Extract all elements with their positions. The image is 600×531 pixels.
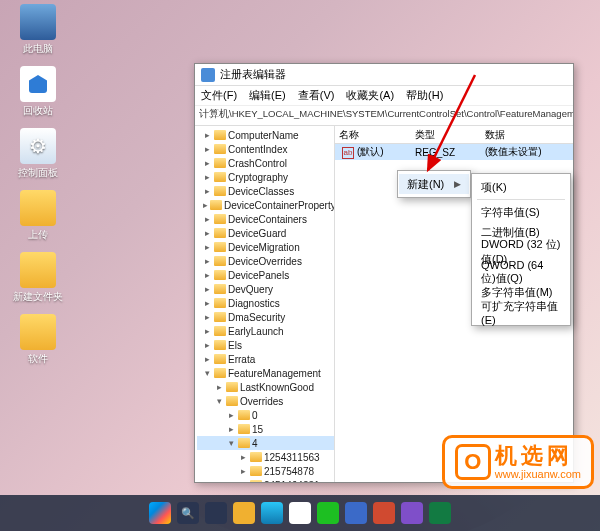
tree-twisty-icon[interactable]: ▸ [227, 424, 236, 434]
tree-node-label: 0 [252, 410, 258, 421]
tree-node-label: Overrides [240, 396, 283, 407]
desktop-icon-folder-software[interactable]: 软件 [8, 314, 68, 366]
tree-node[interactable]: ▸CrashControl [197, 156, 334, 170]
tree-twisty-icon[interactable]: ▸ [203, 284, 212, 294]
edge-icon[interactable] [261, 502, 283, 524]
regedit-taskbar-icon[interactable] [345, 502, 367, 524]
tree-node[interactable]: ▸EarlyLaunch [197, 324, 334, 338]
tree-node-label: LastKnownGood [240, 382, 314, 393]
tree-node[interactable]: ▾FeatureManagement [197, 366, 334, 380]
tree-twisty-icon[interactable]: ▸ [203, 270, 212, 280]
desktop-icon-control-panel[interactable]: ⚙控制面板 [8, 128, 68, 180]
task-view-icon[interactable] [205, 502, 227, 524]
tree-twisty-icon[interactable]: ▸ [239, 452, 248, 462]
tree-twisty-icon[interactable]: ▸ [203, 144, 212, 154]
submenu-string[interactable]: 字符串值(S) [473, 202, 569, 222]
tree-node[interactable]: ▸DevQuery [197, 282, 334, 296]
tree-node[interactable]: ▸1254311563 [197, 450, 334, 464]
tree-twisty-icon[interactable]: ▸ [203, 354, 212, 364]
submenu-expandstring[interactable]: 可扩充字符串值(E) [473, 302, 569, 322]
folder-icon [226, 382, 238, 392]
tree-twisty-icon[interactable]: ▸ [203, 158, 212, 168]
start-icon[interactable] [149, 502, 171, 524]
app-icon[interactable] [401, 502, 423, 524]
desktop-icon-this-pc[interactable]: 此电脑 [8, 4, 68, 56]
tree-node[interactable]: ▸2451464331 [197, 478, 334, 482]
tree-node-label: DeviceClasses [228, 186, 294, 197]
tree-node[interactable]: ▸DevicePanels [197, 268, 334, 282]
tree-node[interactable]: ▸Els [197, 338, 334, 352]
tree-node-label: DeviceGuard [228, 228, 286, 239]
registry-tree[interactable]: ▸ComputerName▸ContentIndex▸CrashControl▸… [195, 126, 335, 482]
tree-node-label: Errata [228, 354, 255, 365]
desktop-icons: 此电脑 回收站 ⚙控制面板 上传 新建文件夹 软件 [8, 4, 68, 366]
tree-twisty-icon[interactable]: ▸ [203, 326, 212, 336]
tree-twisty-icon[interactable]: ▸ [239, 480, 248, 482]
tree-node[interactable]: ▸DeviceContainerPropertyUpda [197, 198, 334, 212]
tree-twisty-icon[interactable]: ▸ [203, 130, 212, 140]
app-icon[interactable] [373, 502, 395, 524]
wechat-icon[interactable] [317, 502, 339, 524]
desktop-icon-folder-new[interactable]: 新建文件夹 [8, 252, 68, 304]
titlebar[interactable]: 注册表编辑器 [195, 64, 573, 86]
tree-node[interactable]: ▸0 [197, 408, 334, 422]
tree-twisty-icon[interactable]: ▸ [203, 214, 212, 224]
tree-node[interactable]: ▸DeviceContainers [197, 212, 334, 226]
tree-node[interactable]: ▸ContentIndex [197, 142, 334, 156]
explorer-icon[interactable] [233, 502, 255, 524]
tree-twisty-icon[interactable]: ▸ [203, 228, 212, 238]
search-icon[interactable]: 🔍 [177, 502, 199, 524]
tree-node[interactable]: ▸DeviceOverrides [197, 254, 334, 268]
tree-node[interactable]: ▾Overrides [197, 394, 334, 408]
submenu-qword[interactable]: QWORD (64 位)值(Q) [473, 262, 569, 282]
folder-icon [214, 186, 226, 196]
menu-favorites[interactable]: 收藏夹(A) [346, 88, 394, 103]
tree-node[interactable]: ▸215754878 [197, 464, 334, 478]
desktop-icon-folder-upload[interactable]: 上传 [8, 190, 68, 242]
column-data[interactable]: 数据 [485, 128, 573, 142]
tree-node[interactable]: ▸Errata [197, 352, 334, 366]
menu-view[interactable]: 查看(V) [298, 88, 335, 103]
tree-node-label: 15 [252, 424, 263, 435]
tree-node-label: 4 [252, 438, 258, 449]
tree-twisty-icon[interactable]: ▸ [203, 298, 212, 308]
chrome-icon[interactable] [289, 502, 311, 524]
tree-node[interactable]: ▾4 [197, 436, 334, 450]
tree-twisty-icon[interactable]: ▸ [203, 200, 208, 210]
tree-node[interactable]: ▸DeviceGuard [197, 226, 334, 240]
app-icon[interactable] [429, 502, 451, 524]
tree-node[interactable]: ▸DeviceClasses [197, 184, 334, 198]
tree-node[interactable]: ▸ComputerName [197, 128, 334, 142]
tree-node-label: Diagnostics [228, 298, 280, 309]
tree-twisty-icon[interactable]: ▾ [215, 396, 224, 406]
tree-node[interactable]: ▸LastKnownGood [197, 380, 334, 394]
taskbar[interactable]: 🔍 [0, 495, 600, 531]
tree-node[interactable]: ▸Cryptography [197, 170, 334, 184]
tree-twisty-icon[interactable]: ▸ [239, 466, 248, 476]
tree-twisty-icon[interactable]: ▾ [203, 368, 212, 378]
menu-file[interactable]: 文件(F) [201, 88, 237, 103]
menu-edit[interactable]: 编辑(E) [249, 88, 286, 103]
tree-twisty-icon[interactable]: ▸ [203, 340, 212, 350]
tree-twisty-icon[interactable]: ▸ [215, 382, 224, 392]
tree-node[interactable]: ▸15 [197, 422, 334, 436]
watermark-url: www.jixuanw.com [495, 468, 581, 480]
tree-twisty-icon[interactable]: ▸ [203, 312, 212, 322]
tree-node[interactable]: ▸Diagnostics [197, 296, 334, 310]
regedit-icon [201, 68, 215, 82]
address-bar[interactable]: 计算机\HKEY_LOCAL_MACHINE\SYSTEM\CurrentCon… [195, 106, 573, 126]
tree-twisty-icon[interactable]: ▾ [227, 438, 236, 448]
folder-icon [214, 158, 226, 168]
tree-twisty-icon[interactable]: ▸ [203, 186, 212, 196]
tree-twisty-icon[interactable]: ▸ [203, 256, 212, 266]
tree-twisty-icon[interactable]: ▸ [203, 242, 212, 252]
desktop-icon-recycle-bin[interactable]: 回收站 [8, 66, 68, 118]
tree-twisty-icon[interactable]: ▸ [203, 172, 212, 182]
tree-twisty-icon[interactable]: ▸ [227, 410, 236, 420]
folder-icon [214, 354, 226, 364]
window-title: 注册表编辑器 [220, 67, 286, 82]
tree-node[interactable]: ▸DeviceMigration [197, 240, 334, 254]
tree-node[interactable]: ▸DmaSecurity [197, 310, 334, 324]
tree-node-label: Cryptography [228, 172, 288, 183]
folder-icon [250, 480, 262, 482]
